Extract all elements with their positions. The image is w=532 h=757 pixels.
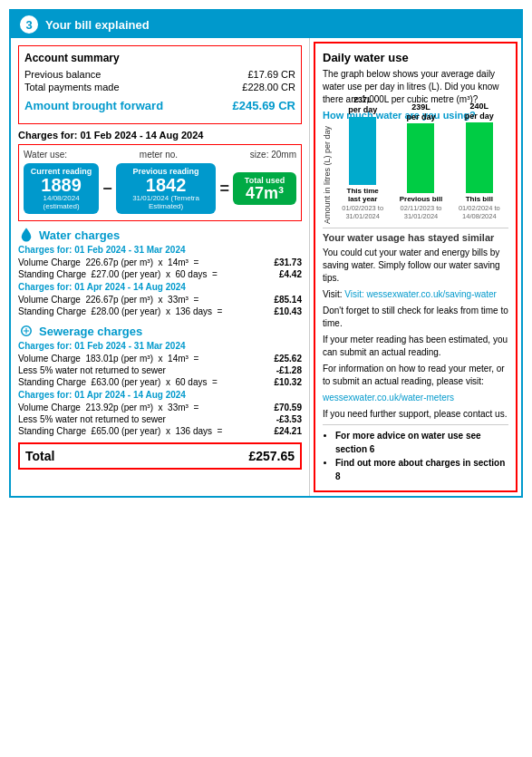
sewerage-less-amt-1: -£1.28 bbox=[261, 365, 302, 375]
right-column: Daily water use The graph below shows yo… bbox=[314, 42, 517, 492]
usage-status: Your water usage has stayed similar bbox=[323, 232, 508, 243]
sewerage-charge-amt-2: £70.59 bbox=[261, 403, 302, 412]
water-charge-row2: Volume Charge 226.67p (per m³) x 33m³ = … bbox=[18, 294, 302, 306]
estimate-text: If your meter reading has been estimated… bbox=[323, 334, 508, 359]
total-used-box: Total used 47m³ bbox=[233, 172, 296, 205]
meter-text: For information on how to read your mete… bbox=[323, 363, 508, 388]
meter-label: meter no. bbox=[140, 150, 178, 160]
total-payments-row: Total payments made £228.00 CR bbox=[24, 81, 295, 93]
bar-chart-wrapper: Amount in litres (L) per day 237Lper day… bbox=[323, 126, 508, 224]
water-charge-desc-1: Volume Charge 226.67p (per m³) x 14m³ = bbox=[18, 257, 261, 267]
sewerage-standing-desc-2: Standing Charge £65.00 (per year) x 136 … bbox=[18, 426, 261, 436]
total-payments-label: Total payments made bbox=[24, 82, 120, 92]
support-text: If you need further support, please cont… bbox=[323, 408, 508, 421]
leak-text: Don't forget to still check for leaks fr… bbox=[323, 305, 508, 330]
water-standing-desc-1: Standing Charge £27.00 (per year) x 60 d… bbox=[18, 269, 261, 279]
main-content: Account summary Previous balance £17.69 … bbox=[11, 38, 521, 496]
current-reading-box: Current reading 1889 14/08/2024 (estimat… bbox=[24, 163, 99, 214]
previous-reading-value: 1842 bbox=[121, 176, 211, 194]
sewerage-charges-title: Sewerage charges bbox=[39, 325, 142, 338]
water-standing-row1: Standing Charge £27.00 (per year) x 60 d… bbox=[18, 268, 302, 280]
water-drop-icon bbox=[18, 227, 34, 243]
bar-date-1: 01/02/2023 to31/01/2024 bbox=[342, 204, 383, 220]
sewerage-charge-desc-1: Volume Charge 183.01p (per m³) x 14m³ = bbox=[18, 354, 261, 364]
sewerage-charges-section: Sewerage charges Charges for: 01 Feb 202… bbox=[18, 323, 302, 437]
water-standing-amt-2: £10.43 bbox=[261, 306, 302, 316]
bill-container: 3 Your bill explained Account summary Pr… bbox=[9, 9, 523, 498]
sewerage-less-row2: Less 5% water not returned to sewer -£3.… bbox=[18, 413, 302, 425]
total-payments-value: £228.00 CR bbox=[242, 82, 295, 92]
account-summary-title: Account summary bbox=[24, 52, 295, 64]
sewerage-icon bbox=[18, 323, 34, 339]
visit2-link: wessexwater.co.uk/water-meters bbox=[323, 392, 508, 404]
water-period2-label: Charges for: 01 Apr 2024 - 14 Aug 2024 bbox=[18, 282, 302, 292]
bullet-item-2: Find out more about charges in section 8 bbox=[335, 456, 508, 483]
total-row: Total £257.65 bbox=[18, 442, 302, 470]
y-axis-label: Amount in litres (L) per day bbox=[323, 126, 332, 224]
water-charge-amt-1: £31.73 bbox=[261, 257, 302, 267]
previous-balance-value: £17.69 CR bbox=[247, 69, 295, 80]
total-amount: £257.65 bbox=[248, 449, 295, 463]
sewerage-charge-row2: Volume Charge 213.92p (per m³) x 33m³ = … bbox=[18, 402, 302, 413]
bar-group-2: 239Lper day Previous bill 02/11/2023 to3… bbox=[393, 102, 448, 220]
sewerage-charge-row1: Volume Charge 183.01p (per m³) x 14m³ = … bbox=[18, 353, 302, 364]
savings-text: You could cut your water and energy bill… bbox=[323, 247, 508, 285]
bar-2 bbox=[407, 123, 434, 193]
previous-reading-date: 31/01/2024 (Temetra Estimated) bbox=[121, 194, 211, 210]
water-use-header: Water use: meter no. size: 20mm bbox=[24, 150, 296, 160]
current-reading-date: 14/08/2024 (estimated) bbox=[29, 194, 93, 210]
water-standing-amt-1: £4.42 bbox=[261, 269, 302, 279]
daily-water-title: Daily water use bbox=[323, 51, 508, 64]
sewerage-standing-row2: Standing Charge £65.00 (per year) x 136 … bbox=[18, 425, 302, 437]
sewerage-less-desc-2: Less 5% water not returned to sewer bbox=[18, 414, 261, 424]
bar-bottom-label-1: This timelast year bbox=[347, 187, 379, 204]
visit-label: Visit: Visit: wessexwater.co.uk/saving-w… bbox=[323, 288, 508, 301]
bar-bottom-label-2: Previous bill bbox=[400, 195, 443, 204]
bar-group-3: 240Lper day This bill 01/02/2024 to14/08… bbox=[452, 102, 507, 220]
sewerage-period1-label: Charges for: 01 Feb 2024 - 31 Mar 2024 bbox=[18, 341, 302, 351]
total-label: Total bbox=[25, 449, 54, 463]
bar-1 bbox=[349, 117, 376, 185]
readings-row: Current reading 1889 14/08/2024 (estimat… bbox=[24, 163, 296, 214]
bar-3 bbox=[466, 122, 493, 193]
sewerage-less-desc-1: Less 5% water not returned to sewer bbox=[18, 365, 261, 375]
sewerage-standing-row1: Standing Charge £63.00 (per year) x 60 d… bbox=[18, 376, 302, 388]
bar-chart: 237Lper day This timelast year 01/02/202… bbox=[334, 130, 508, 220]
water-use-box: Water use: meter no. size: 20mm Current … bbox=[18, 144, 302, 221]
bar-label-top-1: 237Lper day bbox=[348, 95, 377, 115]
left-column: Account summary Previous balance £17.69 … bbox=[11, 38, 310, 496]
sewerage-standing-amt-2: £24.21 bbox=[261, 426, 302, 436]
section-header: 3 Your bill explained bbox=[11, 11, 521, 38]
previous-reading-box: Previous reading 1842 31/01/2024 (Temetr… bbox=[116, 163, 217, 214]
water-charge-row: Volume Charge 226.67p (per m³) x 14m³ = … bbox=[18, 257, 302, 268]
bullet-item-1: For more advice on water use see section… bbox=[335, 429, 508, 456]
bullet-list: For more advice on water use see section… bbox=[323, 429, 508, 483]
water-charges-title: Water charges bbox=[39, 228, 120, 242]
bar-date-2: 02/11/2023 to31/01/2024 bbox=[401, 204, 442, 220]
water-charges-header: Water charges bbox=[18, 227, 302, 243]
bullet-divider bbox=[323, 424, 508, 425]
water-period1-label: Charges for: 01 Feb 2024 - 31 Mar 2024 bbox=[18, 245, 302, 255]
account-summary-box: Account summary Previous balance £17.69 … bbox=[18, 45, 302, 124]
sewerage-period2-label: Charges for: 01 Apr 2024 - 14 Aug 2024 bbox=[18, 390, 302, 400]
sewerage-charge-desc-2: Volume Charge 213.92p (per m³) x 33m³ = bbox=[18, 403, 261, 412]
current-reading-value: 1889 bbox=[29, 176, 93, 194]
water-standing-desc-2: Standing Charge £28.00 (per year) x 136 … bbox=[18, 306, 261, 316]
visit-link[interactable]: Visit: wessexwater.co.uk/saving-water bbox=[344, 289, 497, 299]
amount-forward-value: £245.69 CR bbox=[233, 99, 295, 112]
visit-text: Visit: bbox=[323, 289, 344, 299]
bar-label-top-2: 239Lper day bbox=[406, 102, 435, 122]
bar-group-1: 237Lper day This timelast year 01/02/202… bbox=[335, 95, 390, 220]
sewerage-charges-header: Sewerage charges bbox=[18, 323, 302, 339]
sewerage-charge-amt-1: £25.62 bbox=[261, 354, 302, 364]
total-used-value: 47m³ bbox=[240, 185, 289, 201]
section-number: 3 bbox=[20, 15, 38, 34]
minus-operator: − bbox=[102, 180, 112, 199]
equals-operator: = bbox=[219, 180, 229, 199]
meters-link[interactable]: wessexwater.co.uk/water-meters bbox=[323, 393, 454, 403]
sewerage-less-amt-2: -£3.53 bbox=[261, 414, 302, 424]
size-label: size: 20mm bbox=[250, 150, 296, 160]
water-charges-section: Water charges Charges for: 01 Feb 2024 -… bbox=[18, 227, 302, 317]
amount-forward-label: Amount brought forward bbox=[24, 99, 163, 112]
previous-balance-row: Previous balance £17.69 CR bbox=[24, 68, 295, 81]
